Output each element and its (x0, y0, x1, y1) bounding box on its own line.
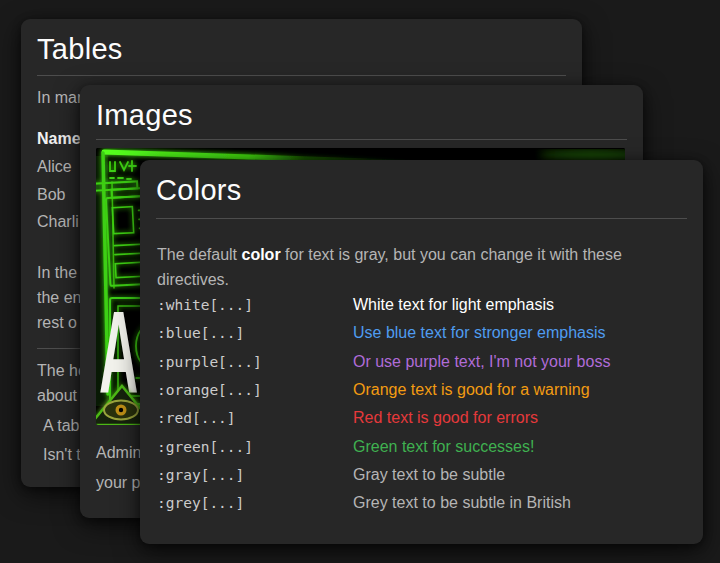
directive-description: Use blue text for stronger emphasis (353, 324, 606, 342)
color-directive-list: :white[...] White text for light emphasi… (157, 291, 686, 517)
tables-intro-text: In mar (37, 88, 82, 108)
tables-paragraph-line: In the (37, 263, 77, 283)
colors-window[interactable]: Colors The default color for text is gra… (140, 160, 703, 544)
directive-code: :gray[...] (157, 467, 353, 483)
directive-row-red: :red[...] Red text is good for errors (157, 404, 686, 432)
directive-row-gray: :gray[...] Gray text to be subtle (157, 461, 686, 489)
directive-code: :white[...] (157, 297, 353, 313)
directive-description: Orange text is good for a warning (353, 381, 590, 399)
directive-code: :green[...] (157, 439, 353, 455)
directive-description: White text for light emphasis (353, 296, 554, 314)
directive-row-blue: :blue[...] Use blue text for stronger em… (157, 319, 686, 347)
tables-quote-line: A tabl (43, 416, 83, 436)
directive-row-orange: :orange[...] Orange text is good for a w… (157, 376, 686, 404)
table-row: Charli (37, 212, 79, 232)
directive-row-grey: :grey[...] Grey text to be subtle in Bri… (157, 489, 686, 517)
images-window-title: Images (96, 99, 193, 132)
directive-description: Red text is good for errors (353, 409, 538, 427)
intro-text: The default (157, 246, 242, 263)
directive-row-green: :green[...] Green text for successes! (157, 432, 686, 460)
title-divider (96, 139, 627, 140)
tables-quote-line: Isn't t (43, 445, 81, 465)
directive-row-white: :white[...] White text for light emphasi… (157, 291, 686, 319)
directive-description: Green text for successes! (353, 438, 534, 456)
directive-code: :blue[...] (157, 325, 353, 341)
tables-paragraph-line: the en (37, 288, 81, 308)
directive-code: :red[...] (157, 410, 353, 426)
directive-code: :orange[...] (157, 382, 353, 398)
directive-code: :purple[...] (157, 354, 353, 370)
directive-row-purple: :purple[...] Or use purple text, I'm not… (157, 348, 686, 376)
title-divider (156, 218, 687, 219)
directive-description: Grey text to be subtle in British (353, 494, 571, 512)
tables-window-title: Tables (37, 33, 123, 66)
tables-paragraph-line: rest o (37, 313, 77, 333)
image-caption-line: your p (96, 473, 140, 493)
title-divider (37, 75, 566, 76)
directive-description: Or use purple text, I'm not your boss (353, 353, 610, 371)
directive-code: :grey[...] (157, 495, 353, 511)
table-column-header: Name (37, 129, 81, 149)
image-caption-line: Admin (96, 443, 141, 463)
intro-bold-word: color (242, 246, 281, 263)
colors-window-title: Colors (156, 174, 242, 207)
table-row: Bob (37, 185, 65, 205)
directive-description: Gray text to be subtle (353, 466, 505, 484)
table-row: Alice (37, 157, 72, 177)
tables-paragraph-line: about (37, 386, 77, 406)
colors-intro-paragraph: The default color for text is gray, but … (157, 242, 687, 292)
